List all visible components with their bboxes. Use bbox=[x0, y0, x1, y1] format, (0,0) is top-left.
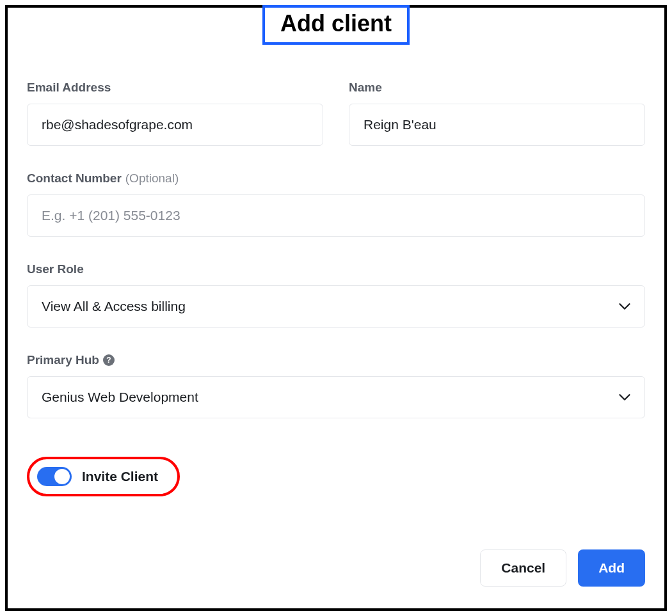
contact-field-group: Contact Number (Optional) bbox=[27, 171, 645, 237]
role-field-group: User Role View All & Access billing bbox=[27, 262, 645, 328]
hub-label: Primary Hub ? bbox=[27, 353, 645, 367]
row-contact: Contact Number (Optional) bbox=[27, 171, 645, 237]
add-client-dialog: Add client Email Address Name Contact Nu… bbox=[5, 5, 667, 611]
contact-input[interactable] bbox=[27, 194, 645, 237]
role-select[interactable]: View All & Access billing bbox=[27, 285, 645, 328]
toggle-knob bbox=[54, 469, 70, 484]
title-wrap: Add client bbox=[27, 8, 645, 45]
contact-label: Contact Number (Optional) bbox=[27, 171, 645, 186]
email-label: Email Address bbox=[27, 81, 323, 95]
name-field-group: Name bbox=[349, 81, 645, 146]
chevron-down-icon bbox=[619, 301, 630, 312]
form: Email Address Name Contact Number (Optio… bbox=[27, 81, 645, 496]
email-input[interactable] bbox=[27, 104, 323, 146]
invite-toggle[interactable] bbox=[37, 467, 72, 486]
invite-row: Invite Client bbox=[27, 457, 645, 496]
cancel-button[interactable]: Cancel bbox=[480, 549, 566, 587]
name-label: Name bbox=[349, 81, 645, 95]
highlight-annotation: Invite Client bbox=[27, 457, 180, 496]
row-hub: Primary Hub ? Genius Web Development bbox=[27, 353, 645, 418]
hub-field-group: Primary Hub ? Genius Web Development bbox=[27, 353, 645, 418]
contact-optional-text: (Optional) bbox=[125, 171, 179, 186]
row-email-name: Email Address Name bbox=[27, 81, 645, 146]
invite-label: Invite Client bbox=[82, 469, 158, 484]
name-input[interactable] bbox=[349, 104, 645, 146]
add-button[interactable]: Add bbox=[578, 549, 645, 587]
chevron-down-icon bbox=[619, 391, 630, 403]
dialog-title: Add client bbox=[262, 5, 410, 45]
role-selected-value: View All & Access billing bbox=[42, 299, 186, 314]
email-field-group: Email Address bbox=[27, 81, 323, 146]
role-label: User Role bbox=[27, 262, 645, 276]
hub-selected-value: Genius Web Development bbox=[42, 390, 198, 405]
hub-select[interactable]: Genius Web Development bbox=[27, 376, 645, 418]
help-icon[interactable]: ? bbox=[103, 354, 115, 366]
contact-label-text: Contact Number bbox=[27, 171, 122, 186]
dialog-footer: Cancel Add bbox=[480, 549, 645, 587]
row-role: User Role View All & Access billing bbox=[27, 262, 645, 328]
hub-label-text: Primary Hub bbox=[27, 353, 99, 367]
